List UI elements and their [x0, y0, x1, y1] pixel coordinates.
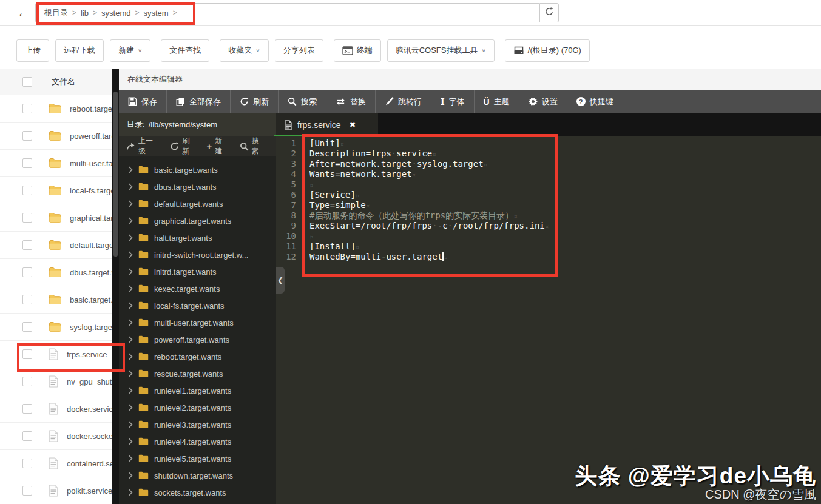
tree-item[interactable]: poweroff.target.wants [119, 331, 276, 348]
breadcrumb-item[interactable]: lib [78, 8, 91, 18]
eol-marker: ¤ [513, 212, 518, 220]
replace-button[interactable]: 替换 [326, 90, 376, 113]
save-all-button[interactable]: 全部保存 [167, 90, 231, 113]
favorites-button[interactable]: 收藏夹∨ [220, 39, 268, 62]
row-checkbox[interactable] [22, 131, 32, 141]
theme-button[interactable]: Ü主题 [475, 90, 519, 113]
file-row[interactable]: docker.service [0, 395, 119, 423]
breadcrumb-item[interactable]: 根目录 [42, 7, 70, 18]
tree-new-button[interactable]: +新建 [206, 136, 229, 156]
goto-line-button[interactable]: 跳转行 [376, 90, 431, 113]
tree-item[interactable]: kexec.target.wants [119, 280, 276, 297]
file-row[interactable]: multi-user.target.wants [0, 150, 119, 177]
breadcrumb-separator: > [171, 8, 179, 17]
tree-item[interactable]: local-fs.target.wants [119, 297, 276, 314]
share-list-button[interactable]: 分享列表 [275, 39, 323, 62]
tree-item[interactable]: multi-user.target.wants [119, 314, 276, 331]
row-checkbox[interactable] [22, 295, 32, 304]
row-checkbox[interactable] [22, 213, 32, 223]
tree-item-partial[interactable] [119, 501, 276, 504]
tree-item[interactable]: initrd.target.wants [119, 263, 276, 280]
file-row[interactable]: local-fs.target.wants [0, 177, 119, 204]
tab-frps-service[interactable]: frps.service ✖ [276, 113, 378, 136]
file-row[interactable]: polkit.service [0, 477, 119, 504]
row-checkbox[interactable] [22, 322, 32, 332]
upload-button[interactable]: 上传 [16, 39, 49, 62]
breadcrumb-item[interactable]: system [141, 8, 171, 18]
tree-item[interactable]: initrd-switch-root.target.w... [119, 246, 276, 263]
file-row[interactable]: frps.service [0, 341, 119, 368]
chevron-right-icon [128, 200, 133, 207]
tree-item[interactable]: runlevel4.target.wants [119, 433, 276, 450]
file-icon [49, 457, 58, 469]
terminal-button[interactable]: 终端 [334, 39, 381, 62]
file-row[interactable]: default.target.wants [0, 232, 119, 259]
row-checkbox[interactable] [22, 349, 32, 359]
tree-folder-icon [138, 369, 149, 378]
breadcrumb-refresh-button[interactable] [539, 3, 559, 22]
tree-item[interactable]: sockets.target.wants [119, 484, 276, 501]
shortcuts-button[interactable]: ?快捷键 [567, 90, 623, 113]
tree-item[interactable]: rescue.target.wants [119, 365, 276, 382]
file-row[interactable]: docker.socket [0, 423, 119, 450]
file-row[interactable]: reboot.target.wants [0, 95, 119, 123]
tree-item[interactable]: default.target.wants [119, 195, 276, 212]
close-icon[interactable]: ✖ [350, 120, 356, 129]
refresh-icon [544, 7, 554, 19]
tree-search-button[interactable]: 搜索 [240, 136, 266, 156]
tree-item[interactable]: halt.target.wants [119, 229, 276, 246]
row-checkbox[interactable] [22, 104, 32, 113]
tree-item[interactable]: shutdown.target.wants [119, 467, 276, 484]
font-button[interactable]: I字体 [431, 90, 475, 113]
row-checkbox[interactable] [22, 377, 32, 386]
row-checkbox[interactable] [22, 186, 32, 195]
file-row[interactable]: poweroff.target.wants [0, 123, 119, 150]
eol-marker: ¤ [356, 243, 360, 251]
remote-download-button[interactable]: 远程下载 [55, 39, 104, 62]
disk-selector-button[interactable]: /(根目录) (70G) [505, 39, 590, 62]
row-checkbox[interactable] [22, 459, 32, 468]
settings-button[interactable]: 设置 [519, 90, 567, 113]
file-name: containerd.service [67, 459, 119, 468]
tree-item[interactable]: graphical.target.wants [119, 212, 276, 229]
save-button[interactable]: 保存 [119, 90, 167, 113]
file-row[interactable]: basic.target.wants [0, 286, 119, 314]
row-checkbox[interactable] [22, 240, 32, 250]
row-checkbox[interactable] [22, 267, 32, 277]
refresh-button[interactable]: 刷新 [231, 90, 279, 113]
chevron-right-icon [128, 404, 133, 411]
breadcrumb[interactable]: 根目录>lib>systemd>system> [35, 3, 539, 22]
breadcrumb-item[interactable]: systemd [99, 8, 133, 18]
row-checkbox[interactable] [22, 486, 32, 496]
file-row[interactable]: syslog.target.wants [0, 314, 119, 341]
cosfs-tool-button[interactable]: 腾讯云COSFS挂载工具∨ [387, 39, 495, 62]
sidebar-collapse-handle[interactable]: ❮ [276, 267, 285, 294]
tree-refresh-button[interactable]: 刷新 [170, 136, 196, 156]
file-row[interactable]: dbus.target.wants [0, 259, 119, 286]
file-row[interactable]: nv_gpu_shutdown.service [0, 368, 119, 395]
row-checkbox[interactable] [22, 431, 32, 441]
eol-marker: ¤ [309, 233, 314, 241]
tree-item[interactable]: basic.target.wants [119, 161, 276, 178]
row-checkbox[interactable] [22, 404, 32, 414]
search-button[interactable]: 搜索 [279, 90, 326, 113]
tree-item[interactable]: dbus.target.wants [119, 178, 276, 195]
new-button[interactable]: 新建∨ [110, 39, 150, 62]
tree-item[interactable]: reboot.target.wants [119, 348, 276, 365]
tree-item[interactable]: runlevel1.target.wants [119, 382, 276, 399]
select-all-checkbox[interactable] [22, 77, 32, 87]
file-search-button[interactable]: 文件查找 [161, 39, 209, 62]
code-editor[interactable]: 123456789101112 [Unit]¤Description=frps·… [276, 136, 821, 504]
file-row[interactable]: containerd.service [0, 450, 119, 477]
file-row[interactable]: graphical.target.wants [0, 204, 119, 232]
file-list-scrollbar[interactable] [112, 69, 119, 504]
tree-item-label: sockets.target.wants [154, 488, 226, 497]
tree-item[interactable]: runlevel2.target.wants [119, 399, 276, 416]
scrollbar-thumb[interactable] [113, 92, 118, 257]
back-button[interactable]: ← [11, 3, 35, 22]
row-checkbox[interactable] [22, 158, 32, 168]
tree-item[interactable]: runlevel5.target.wants [119, 450, 276, 467]
up-level-button[interactable]: 上一级 [127, 136, 160, 156]
folder-icon [49, 158, 61, 169]
tree-item[interactable]: runlevel3.target.wants [119, 416, 276, 433]
